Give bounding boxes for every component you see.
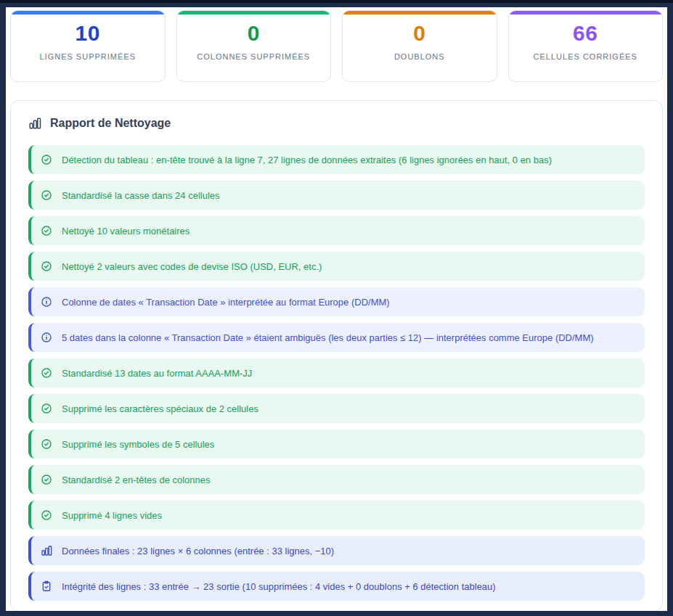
check-circle-icon <box>41 225 52 237</box>
report-row-text: Standardisé la casse dans 24 cellules <box>62 190 220 201</box>
report-row-text: Supprimé 4 lignes vides <box>62 510 162 521</box>
check-circle-icon <box>41 509 52 521</box>
stat-label: LIGNES SUPPRIMÉES <box>11 52 165 61</box>
report-row: Standardisé la casse dans 24 cellules <box>28 181 645 210</box>
report-row-text: Colonne de dates « Transaction Date » in… <box>62 297 390 308</box>
report-row: Intégrité des lignes : 33 entrée → 23 so… <box>28 572 645 601</box>
stat-accent-bar <box>11 11 165 15</box>
report-row: Colonne de dates « Transaction Date » in… <box>28 287 645 316</box>
clipboard-check-icon <box>41 580 52 592</box>
info-circle-icon <box>41 332 52 343</box>
stat-accent-bar <box>343 11 497 15</box>
app-window: 10 LIGNES SUPPRIMÉES 0 COLONNES SUPPRIMÉ… <box>0 0 673 616</box>
report-row: Détection du tableau : en-tête trouvé à … <box>28 145 645 174</box>
info-circle-icon <box>41 296 52 308</box>
stat-value: 0 <box>177 21 331 46</box>
panel-header: Rapport de Nettoyage <box>28 117 645 130</box>
check-circle-icon <box>41 260 52 272</box>
report-row-text: Intégrité des lignes : 33 entrée → 23 so… <box>62 581 496 592</box>
check-circle-icon <box>41 189 52 201</box>
stat-value: 66 <box>509 21 663 46</box>
stats-row: 10 LIGNES SUPPRIMÉES 0 COLONNES SUPPRIMÉ… <box>10 10 663 82</box>
page-title: Rapport de Nettoyage <box>50 117 171 130</box>
report-row: Supprimé les symboles de 5 cellules <box>28 430 645 459</box>
page-content: 10 LIGNES SUPPRIMÉES 0 COLONNES SUPPRIMÉ… <box>6 7 667 611</box>
report-row-text: Supprimé les caractères spéciaux de 2 ce… <box>62 403 258 414</box>
report-row-text: Standardisé 13 dates au format AAAA-MM-J… <box>62 368 252 379</box>
stat-value: 0 <box>343 21 497 46</box>
check-circle-icon <box>41 438 52 450</box>
report-row-text: Détection du tableau : en-tête trouvé à … <box>62 155 552 165</box>
stat-card: 0 COLONNES SUPPRIMÉES <box>176 10 332 82</box>
bar-chart-icon <box>41 545 52 557</box>
bar-chart-icon <box>28 117 41 130</box>
stat-card: 0 DOUBLONS <box>342 10 497 82</box>
stat-card: 10 LIGNES SUPPRIMÉES <box>10 10 166 82</box>
report-row-text: Standardisé 2 en-têtes de colonnes <box>62 475 211 485</box>
stat-accent-bar <box>177 11 331 15</box>
check-circle-icon <box>41 154 52 165</box>
report-row: Standardisé 2 en-têtes de colonnes <box>28 465 645 494</box>
report-row: Nettoyé 2 valeurs avec codes de devise I… <box>28 252 645 281</box>
report-row-text: Nettoyé 2 valeurs avec codes de devise I… <box>62 261 322 272</box>
report-row-text: Supprimé les symboles de 5 cellules <box>62 439 214 450</box>
report-row: Standardisé 13 dates au format AAAA-MM-J… <box>28 358 645 387</box>
check-circle-icon <box>41 403 52 414</box>
report-row-text: Nettoyé 10 valeurs monétaires <box>62 226 189 237</box>
check-circle-icon <box>41 474 52 485</box>
report-row: 5 dates dans la colonne « Transaction Da… <box>28 323 645 352</box>
report-row: Supprimé 4 lignes vides <box>28 501 645 530</box>
report-list: Détection du tableau : en-tête trouvé à … <box>28 145 645 601</box>
stat-value: 10 <box>11 21 165 46</box>
stat-label: COLONNES SUPPRIMÉES <box>177 52 331 61</box>
stat-card: 66 CELLULES CORRIGÉES <box>508 10 664 82</box>
check-circle-icon <box>41 367 52 379</box>
stat-label: DOUBLONS <box>343 52 497 61</box>
report-row-text: Données finales : 23 lignes × 6 colonnes… <box>62 546 334 557</box>
report-row-text: 5 dates dans la colonne « Transaction Da… <box>62 332 594 343</box>
stat-label: CELLULES CORRIGÉES <box>509 52 663 61</box>
cleaning-report-panel: Rapport de Nettoyage Détection du tablea… <box>10 100 663 611</box>
report-row: Supprimé les caractères spéciaux de 2 ce… <box>28 394 645 423</box>
report-row: Données finales : 23 lignes × 6 colonnes… <box>28 536 645 565</box>
report-row: Nettoyé 10 valeurs monétaires <box>28 216 645 245</box>
stat-accent-bar <box>509 11 663 15</box>
